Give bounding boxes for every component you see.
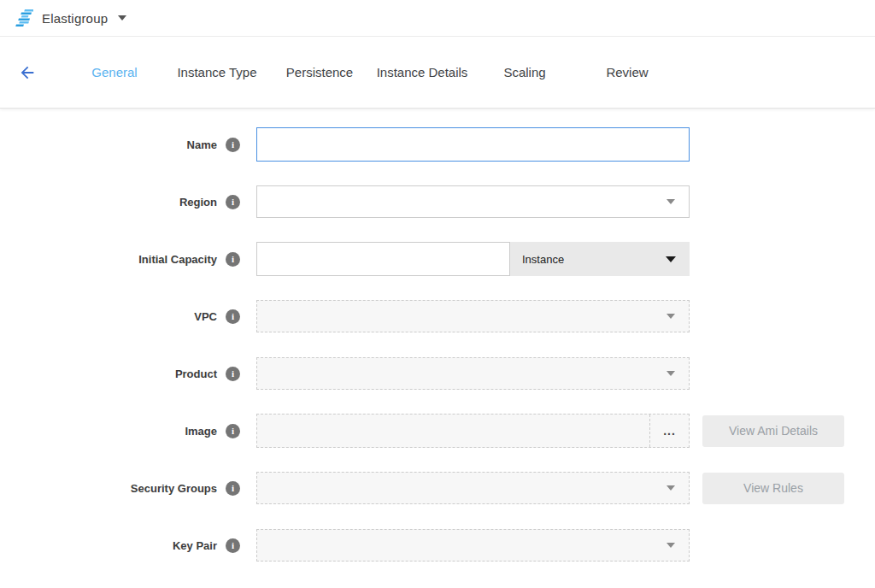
capacity-unit-select[interactable]: Instance — [510, 242, 690, 276]
vpc-select — [256, 300, 690, 332]
key-pair-select — [256, 529, 690, 562]
chevron-down-icon — [667, 485, 675, 491]
product-select — [256, 357, 690, 390]
back-arrow-icon — [18, 63, 37, 82]
region-label: Region — [179, 196, 217, 209]
info-icon[interactable] — [226, 309, 240, 324]
chevron-down-icon — [667, 371, 675, 376]
key-pair-label: Key Pair — [173, 539, 217, 552]
tab-list: General Instance Type Persistence Instan… — [63, 65, 678, 79]
info-icon[interactable] — [226, 252, 240, 267]
info-icon[interactable] — [226, 138, 240, 152]
name-input[interactable] — [256, 127, 690, 162]
view-rules-button[interactable]: View Rules — [702, 473, 844, 504]
vpc-label: VPC — [194, 310, 217, 323]
tab-scaling[interactable]: Scaling — [473, 65, 576, 79]
tab-instance-type[interactable]: Instance Type — [166, 65, 268, 79]
form-row-product: Product — [0, 356, 875, 391]
region-select[interactable] — [256, 185, 690, 218]
chevron-down-icon — [666, 256, 676, 262]
security-groups-select — [256, 472, 690, 504]
view-ami-details-button[interactable]: View Ami Details — [702, 415, 844, 447]
image-input — [257, 415, 649, 447]
tab-persistence[interactable]: Persistence — [268, 65, 371, 79]
form-row-initial-capacity: Initial Capacity Instance — [0, 242, 875, 276]
form-row-image: Image ... View Ami Details — [0, 414, 875, 448]
back-arrow-button[interactable] — [17, 62, 38, 83]
tab-general[interactable]: General — [63, 65, 166, 79]
form-row-vpc: VPC — [0, 299, 875, 333]
elastigroup-logo-icon — [12, 9, 33, 27]
form-row-security-groups: Security Groups View Rules — [0, 471, 875, 505]
image-browse-button[interactable]: ... — [649, 415, 689, 447]
security-groups-label: Security Groups — [131, 482, 217, 495]
initial-capacity-input[interactable] — [256, 242, 510, 276]
app-name: Elastigroup — [42, 11, 108, 26]
topbar: Elastigroup — [0, 0, 875, 37]
chevron-down-icon — [118, 15, 126, 21]
form-row-region: Region — [0, 185, 875, 219]
info-icon[interactable] — [226, 367, 240, 381]
app-switcher[interactable]: Elastigroup — [12, 9, 126, 27]
image-input-group: ... — [256, 414, 690, 448]
info-icon[interactable] — [226, 195, 240, 209]
info-icon[interactable] — [226, 538, 240, 553]
form-row-key-pair: Key Pair — [0, 528, 875, 562]
image-label: Image — [185, 425, 217, 438]
info-icon[interactable] — [226, 424, 240, 438]
product-label: Product — [175, 368, 217, 380]
tab-navigation: General Instance Type Persistence Instan… — [0, 37, 875, 109]
chevron-down-icon — [667, 543, 675, 548]
capacity-unit-value: Instance — [522, 253, 564, 266]
name-label: Name — [187, 138, 217, 151]
chevron-down-icon — [667, 199, 675, 204]
tab-review[interactable]: Review — [576, 65, 678, 79]
tab-instance-details[interactable]: Instance Details — [371, 65, 473, 79]
chevron-down-icon — [667, 314, 675, 319]
info-icon[interactable] — [226, 481, 240, 496]
general-form: Name Region Initial Capacity Instance — [0, 109, 875, 562]
form-row-name: Name — [0, 127, 875, 162]
initial-capacity-label: Initial Capacity — [138, 253, 217, 266]
